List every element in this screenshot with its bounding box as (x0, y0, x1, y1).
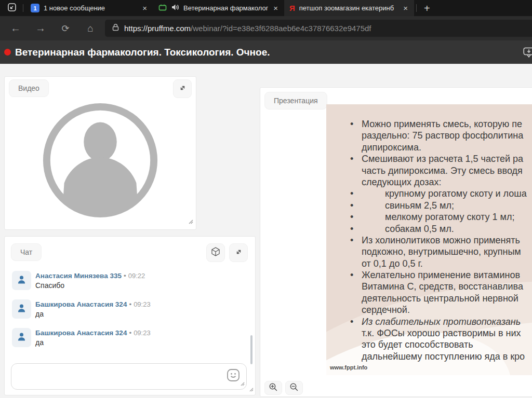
slide-line: часть дипироксима. Эту смесь вводя (326, 165, 532, 176)
person-icon (16, 331, 27, 344)
message-avatar (12, 299, 31, 319)
home-button[interactable]: ⌂ (79, 16, 102, 40)
message-author: Башкирова Анастасия 324 (35, 329, 127, 337)
yandex-favicon-icon: Я (289, 4, 295, 12)
slide-line: •Из слабительных противопоказань (326, 316, 532, 327)
bullet-marker: • (350, 223, 353, 235)
slide-line: от 0,1 до 0,5 г. (326, 258, 532, 269)
back-button[interactable]: ← (4, 16, 27, 40)
chat-message: Башкирова Анастасия 324•09:23 да (12, 328, 249, 348)
tab-label: 1 новое сообщение (44, 4, 137, 12)
speaker-icon[interactable] (171, 3, 179, 13)
live-record-dot (4, 49, 11, 56)
tab-close-button[interactable]: × (141, 4, 148, 12)
message-text: Спасибо (35, 280, 145, 291)
presentation-label-chip: Презентация (264, 92, 327, 109)
chat-3d-button[interactable] (206, 243, 225, 262)
chat-input[interactable] (11, 363, 247, 390)
chat-scrollbar[interactable] (250, 335, 252, 364)
slide-line: •мелкому рогатому скоту 1 мл; (326, 211, 532, 223)
video-panel: Видео (4, 76, 196, 230)
emoji-button[interactable] (227, 369, 240, 383)
tab-label: петшоп зоомагазин екатеринб (299, 4, 398, 12)
new-tab-button[interactable]: + (424, 3, 430, 13)
bullet-marker: • (350, 200, 353, 211)
message-separator: • (129, 329, 131, 337)
zoom-in-button[interactable] (264, 381, 282, 395)
slide-line: сердечной. (326, 304, 532, 315)
webinar-title-bar: Ветеринарная фармакология. Токсикология.… (0, 40, 532, 64)
tab-label: Ветеринарная фармаколог (183, 4, 268, 12)
message-time: 09:23 (134, 300, 151, 308)
tab-unread-message[interactable]: 1 1 новое сообщение × (25, 0, 153, 16)
slide-line: •Смешивают из расчета 1,5 частей ра (326, 153, 532, 164)
slide-line: Витамина С, средств, восстанавлива (326, 281, 532, 292)
slide-line: •Можно применять смесь, которую пе (326, 118, 532, 130)
bullet-marker: • (350, 188, 353, 199)
url-text: https://pruffme.com/webinar/?id=e38e3f62… (124, 24, 371, 33)
slide-text: •Можно применять смесь, которую пе разде… (326, 104, 532, 362)
slide: •Можно применять смесь, которую пе разде… (326, 104, 532, 375)
video-resize-handle[interactable] (189, 217, 193, 226)
slide-line: •крупному рогатому скоту и лоша (326, 188, 532, 199)
browser-toolbar: ← → ⟳ ⌂ https://pruffme.com/webinar/?id=… (0, 16, 532, 40)
tab-webinar[interactable]: Ветеринарная фармаколог × (153, 0, 284, 16)
message-author: Башкирова Анастасия 324 (35, 300, 127, 308)
presentation-panel: Презентация •Можно применять смесь, кото… (260, 87, 532, 397)
slide-line: •собакам 0,5 мл. (326, 223, 532, 235)
message-separator: • (129, 300, 131, 308)
avatar-placeholder (38, 99, 162, 224)
bullet-marker: • (350, 316, 353, 327)
slide-line: это будет способствовать (326, 339, 532, 350)
tab-close-button[interactable]: × (402, 4, 409, 12)
message-time: 09:22 (128, 272, 145, 280)
bullet-marker: • (350, 118, 353, 130)
tab-search[interactable]: Я петшоп зоомагазин екатеринб × (284, 0, 414, 16)
reload-button[interactable]: ⟳ (54, 16, 77, 40)
message-separator: • (124, 272, 126, 280)
chat-input-field[interactable] (18, 367, 220, 386)
chat-message-list: Анастасия Минязева 335•09:22 Спасибо Баш… (12, 271, 249, 365)
chat-resize-handle[interactable] (249, 385, 254, 394)
slide-line: •Из холинолитиков можно применять (326, 235, 532, 246)
slide-line: •Желательно применение витаминов (326, 269, 532, 281)
slide-footer: www.fppt.info (330, 364, 367, 370)
url-path: /webinar/?id=e38e3f6288aeb6e4c37876632e9… (191, 24, 371, 33)
cube-icon (210, 246, 221, 259)
tab-separator (416, 4, 417, 12)
chat-expand-button[interactable] (229, 243, 248, 262)
slide-line: т.к. ФОСы хорошо растворимы в них (326, 327, 532, 339)
forward-button[interactable]: → (29, 16, 52, 40)
message-text: да (35, 337, 151, 348)
person-icon (16, 303, 27, 315)
slide-line: деятельность центральной нервной (326, 293, 532, 304)
magnifier-minus-icon (289, 382, 299, 394)
lock-icon (112, 23, 119, 33)
expand-diagonal-icon (234, 248, 243, 258)
slide-line: подкожно, внутримышечно, крупным (326, 246, 532, 257)
input-resize-handle[interactable] (241, 379, 245, 388)
slide-line: раздельно: 75 раствор фосфолитина (326, 130, 532, 141)
message-avatar (12, 328, 31, 347)
message-time: 09:23 (134, 329, 151, 337)
chat-panel: Чат Анастасия Минязева 335•09:22 (4, 236, 256, 395)
browser-logo-icon (7, 3, 17, 14)
expand-diagonal-icon (178, 84, 187, 94)
bullet-marker: • (350, 269, 353, 281)
browser-logo-button[interactable] (3, 0, 21, 16)
message-author: Анастасия Минязева 335 (35, 272, 122, 280)
bullet-marker: • (350, 153, 353, 164)
chat-download-icon[interactable] (523, 46, 532, 61)
slide-line: следующих дозах: (326, 176, 532, 188)
bullet-marker: • (350, 235, 353, 246)
address-bar[interactable]: https://pruffme.com/webinar/?id=e38e3f62… (105, 20, 532, 37)
message-avatar (12, 271, 31, 290)
pruffme-favicon-icon (158, 3, 167, 13)
bullet-marker: • (350, 211, 353, 223)
video-label-chip: Видео (9, 79, 49, 97)
tab-close-button[interactable]: × (272, 4, 279, 12)
zoom-out-button[interactable] (285, 381, 303, 395)
video-expand-button[interactable] (173, 79, 192, 98)
magnifier-plus-icon (269, 382, 278, 394)
chat-message: Башкирова Анастасия 324•09:23 да (12, 299, 249, 319)
